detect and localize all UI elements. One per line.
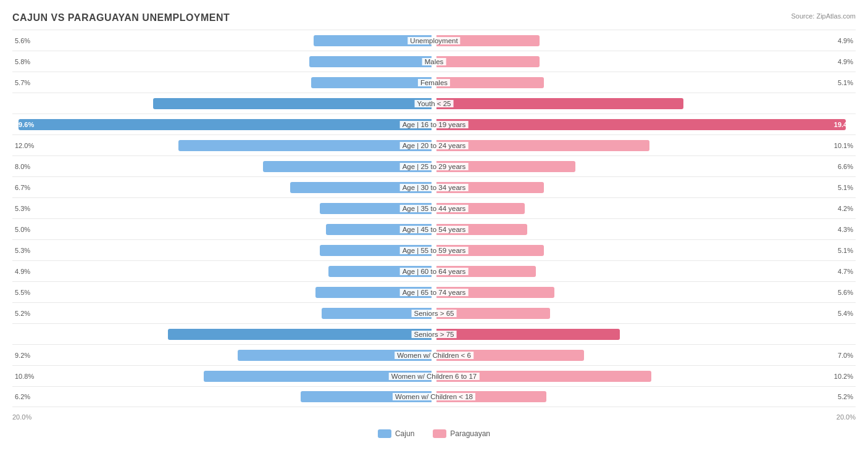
right-section: 11.7% (434, 93, 856, 114)
paraguayan-value-label: 4.9% (838, 37, 853, 44)
row-center-label: Unemployment (407, 37, 460, 44)
left-section: 6.2% (12, 386, 434, 407)
left-section: 12.5% (12, 324, 434, 345)
axis-left-val: 20.0% (12, 413, 31, 421)
right-section: 4.2% (434, 198, 856, 219)
paraguayan-value-label: 5.4% (838, 310, 853, 317)
paraguayan-value-label: 5.1% (838, 184, 853, 191)
axis-row: 20.0% 20.0% (12, 410, 856, 424)
cajun-value-label: 6.2% (15, 393, 30, 400)
chart-row: 5.7% Females 5.1% (12, 72, 856, 93)
right-section: 8.7% (434, 324, 856, 345)
row-center-label: Women w/ Children 6 to 17 (389, 373, 480, 380)
right-section: 7.0% (434, 345, 856, 366)
legend-paraguayan-color (433, 429, 446, 438)
right-section: 4.9% (434, 51, 856, 72)
row-center-label: Youth < 25 (415, 100, 454, 107)
paraguayan-value-label: 5.2% (838, 393, 853, 400)
paraguayan-value-label: 11.7% (834, 100, 853, 107)
legend-paraguayan-label: Paraguayan (450, 429, 490, 438)
paraguayan-value-label: 8.7% (838, 331, 853, 338)
paraguayan-bar (436, 140, 649, 151)
paraguayan-bar (436, 98, 683, 109)
source-label: Source: ZipAtlas.com (791, 12, 856, 20)
legend-cajun-label: Cajun (395, 429, 414, 438)
cajun-value-label: 6.7% (15, 184, 30, 191)
row-center-label: Age | 25 to 29 years (400, 163, 469, 170)
row-center-label: Males (422, 58, 446, 65)
chart-row: 9.2% Women w/ Children < 6 7.0% (12, 344, 856, 365)
paraguayan-value-label: 4.3% (838, 226, 853, 233)
paraguayan-bar (436, 56, 540, 67)
left-section: 5.0% (12, 219, 434, 240)
cajun-value-label: 5.3% (15, 205, 30, 212)
chart-row: 6.7% Age | 30 to 34 years 5.1% (12, 176, 856, 197)
cajun-bar (178, 140, 432, 151)
chart-row: 10.8% Women w/ Children 6 to 17 10.2% (12, 365, 856, 386)
paraguayan-value-label: 5.1% (838, 247, 853, 254)
chart-row: 12.0% Age | 20 to 24 years 10.1% (12, 134, 856, 155)
paraguayan-value-label: 5.6% (838, 289, 853, 296)
legend-cajun: Cajun (378, 429, 414, 438)
legend: Cajun Paraguayan (12, 429, 856, 438)
chart-row: 5.5% Age | 65 to 74 years 5.6% (12, 281, 856, 302)
cajun-value-label: 4.9% (15, 268, 30, 275)
paraguayan-value-label: 4.7% (838, 268, 853, 275)
right-section: 5.6% (434, 282, 856, 303)
chart-row: 5.2% Seniors > 65 5.4% (12, 302, 856, 323)
paraguayan-value-label: 4.2% (838, 205, 853, 212)
cajun-value-label: 12.0% (15, 142, 34, 149)
cajun-value-label: 13.2% (15, 100, 34, 107)
left-section: 4.9% (12, 261, 434, 282)
paraguayan-value-label: 5.1% (838, 79, 853, 86)
cajun-value-label: 5.3% (15, 247, 30, 254)
legend-cajun-color (378, 429, 391, 438)
chart-row: 4.9% Age | 60 to 64 years 4.7% (12, 260, 856, 281)
legend-paraguayan: Paraguayan (433, 429, 490, 438)
cajun-bar (311, 77, 432, 88)
left-section: 19.6% (12, 114, 434, 135)
paraguayan-bar (436, 77, 544, 88)
row-center-label: Age | 20 to 24 years (400, 142, 469, 149)
left-section: 6.7% (12, 177, 434, 198)
paraguayan-value-label: 7.0% (838, 352, 853, 359)
chart-container: CAJUN VS PARAGUAYAN UNEMPLOYMENT Source:… (0, 0, 868, 467)
cajun-value-label: 5.2% (15, 310, 30, 317)
left-section: 5.3% (12, 198, 434, 219)
chart-row: 19.6% Age | 16 to 19 years 19.4% (12, 114, 856, 134)
paraguayan-bar (436, 329, 620, 340)
chart-row: 5.0% Age | 45 to 54 years 4.3% (12, 218, 856, 239)
right-section: 4.7% (434, 261, 856, 282)
cajun-value-label: 5.7% (15, 79, 30, 86)
chart-row: 5.3% Age | 55 to 59 years 5.1% (12, 239, 856, 260)
right-section: 10.1% (434, 135, 856, 156)
chart-row: 5.8% Males 4.9% (12, 51, 856, 72)
row-center-label: Age | 60 to 64 years (400, 268, 469, 275)
left-section: 13.2% (12, 93, 434, 114)
cajun-value-label: 19.6% (15, 121, 34, 128)
chart-area: 5.6% Unemployment 4.9% 5.8% Males 4.9% 5… (12, 30, 856, 407)
right-section: 5.2% (434, 386, 856, 407)
cajun-value-label: 9.2% (15, 352, 30, 359)
cajun-value-label: 10.8% (15, 373, 34, 380)
paraguayan-value-label: 19.4% (834, 121, 853, 128)
chart-row: 8.0% Age | 25 to 29 years 6.6% (12, 155, 856, 176)
row-center-label: Age | 55 to 59 years (400, 247, 469, 254)
cajun-bar (153, 98, 432, 109)
row-center-label: Females (418, 79, 450, 86)
chart-row: 5.3% Age | 35 to 44 years 4.2% (12, 197, 856, 218)
paraguayan-value-label: 10.1% (834, 142, 853, 149)
row-center-label: Age | 45 to 54 years (400, 226, 469, 233)
right-section: 5.1% (434, 240, 856, 261)
chart-row: 12.5% Seniors > 75 8.7% (12, 323, 856, 344)
cajun-value-label: 5.6% (15, 37, 30, 44)
paraguayan-value-label: 10.2% (834, 373, 853, 380)
cajun-bar (309, 56, 432, 67)
row-center-label: Age | 35 to 44 years (400, 205, 469, 212)
left-section: 12.0% (12, 135, 434, 156)
row-center-label: Women w/ Children < 6 (394, 352, 474, 359)
row-center-label: Women w/ Children < 18 (393, 393, 475, 400)
paraguayan-value-label: 6.6% (838, 163, 853, 170)
cajun-value-label: 8.0% (15, 163, 30, 170)
row-center-label: Age | 65 to 74 years (400, 289, 469, 296)
